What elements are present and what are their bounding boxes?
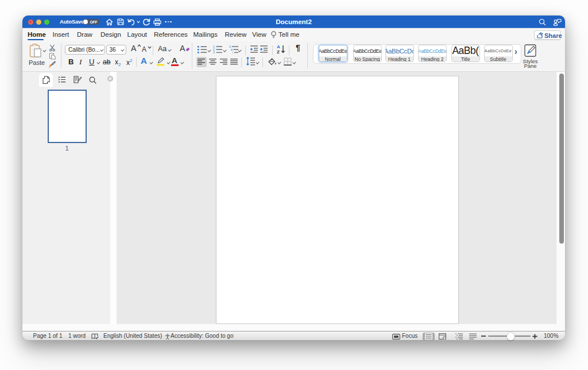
svg-text:i: i [233,51,233,53]
svg-text:Z: Z [277,49,280,55]
svg-text:A: A [277,44,280,49]
svg-text:3: 3 [213,51,215,53]
